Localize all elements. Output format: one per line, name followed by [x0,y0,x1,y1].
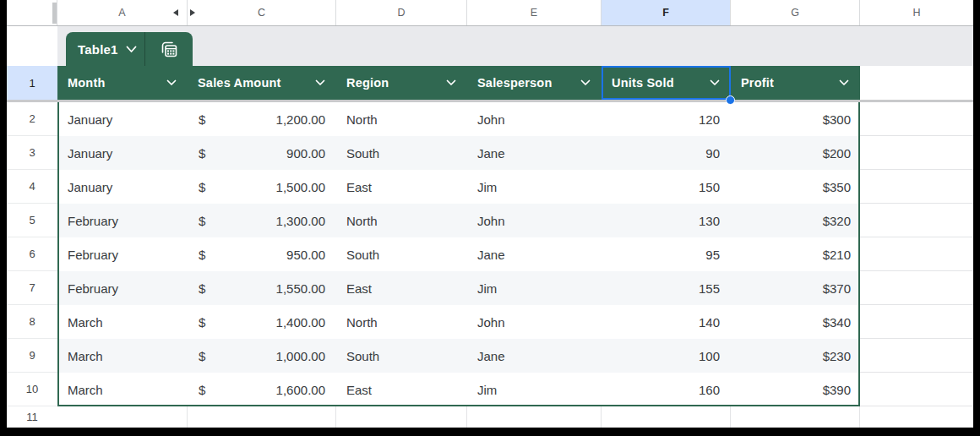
row-header-11[interactable]: 11 [7,406,57,428]
cell-salesperson[interactable]: Jim [467,170,602,204]
cell-empty[interactable] [602,406,731,428]
table-view-icon[interactable] [145,39,193,59]
cell-region[interactable]: South [336,136,467,170]
row-header-6[interactable]: 6 [7,237,57,271]
table-header-salesperson[interactable]: Salesperson [467,66,602,100]
cell-units-sold[interactable]: 90 [602,136,731,170]
cell-empty[interactable] [860,406,973,428]
cell-sales-amount[interactable]: $ 1,500.00 [188,170,336,204]
cell-profit[interactable]: $320 [731,204,860,237]
column-header-h[interactable]: H [860,0,973,25]
cell-h1-empty[interactable] [860,66,973,100]
hidden-column-expand-right-icon[interactable] [190,9,195,16]
cell-units-sold[interactable]: 100 [602,339,731,373]
cell-region[interactable]: North [336,102,467,136]
cell-sales-amount[interactable]: $ 1,200.00 [188,102,336,136]
cell-empty[interactable] [188,406,336,428]
cell-units-sold[interactable]: 155 [602,271,731,305]
row-header-3[interactable]: 3 [7,136,57,170]
cell-profit[interactable]: $200 [731,136,860,170]
cell-sales-amount[interactable]: $ 950.00 [188,237,336,271]
cell-region[interactable]: East [336,373,467,406]
cell-month[interactable]: February [57,271,188,305]
cell-region[interactable]: North [336,305,467,339]
cell-month[interactable]: February [57,237,188,271]
column-header-e[interactable]: E [467,0,602,25]
chevron-down-icon[interactable] [315,79,325,86]
cell-h-empty[interactable] [860,373,973,406]
cell-h-empty[interactable] [860,136,973,170]
table-header-month[interactable]: Month [57,66,188,100]
table-header-sales-amount[interactable]: Sales Amount [188,66,336,100]
fill-handle[interactable] [726,95,735,105]
cell-sales-amount[interactable]: $ 1,300.00 [188,204,336,237]
cell-region[interactable]: South [336,237,467,271]
cell-profit[interactable]: $340 [731,305,860,339]
cell-region[interactable]: East [336,271,467,305]
cell-month[interactable]: January [57,102,188,136]
cell-sales-amount[interactable]: $ 1,600.00 [188,373,336,406]
cell-sales-amount[interactable]: $ 1,550.00 [188,271,336,305]
row-header-5[interactable]: 5 [7,204,57,237]
cell-profit[interactable]: $390 [731,373,860,406]
column-header-f-selected[interactable]: F [602,0,731,25]
cell-empty[interactable] [467,406,602,428]
cell-units-sold[interactable]: 95 [602,237,731,271]
cell-empty[interactable] [336,406,467,428]
cell-month[interactable]: February [57,204,188,237]
column-header-d[interactable]: D [336,0,467,25]
row-header-10[interactable]: 10 [7,373,57,406]
frozen-row-divider[interactable] [7,100,973,102]
cell-h-empty[interactable] [860,271,973,305]
cell-profit[interactable]: $230 [731,339,860,373]
cell-units-sold[interactable]: 140 [602,305,731,339]
row-header-8[interactable]: 8 [7,305,57,339]
cell-h-empty[interactable] [860,305,973,339]
row-header-2[interactable]: 2 [7,102,57,136]
chevron-down-icon[interactable] [166,79,177,86]
cell-profit[interactable]: $350 [731,170,860,204]
cell-salesperson[interactable]: Jane [467,237,602,271]
cell-units-sold[interactable]: 150 [602,170,731,204]
cell-empty[interactable] [57,406,188,428]
select-all-corner[interactable] [7,0,57,25]
cell-salesperson[interactable]: John [467,305,602,339]
cell-salesperson[interactable]: Jane [467,136,602,170]
cell-month[interactable]: January [57,170,188,204]
cell-empty[interactable] [731,406,860,428]
cell-sales-amount[interactable]: $ 1,400.00 [188,305,336,339]
cell-salesperson[interactable]: John [467,204,602,237]
cell-sales-amount[interactable]: $ 1,000.00 [188,339,336,373]
table-header-region[interactable]: Region [336,66,467,100]
cell-h-empty[interactable] [860,339,973,373]
cell-profit[interactable]: $370 [731,271,860,305]
cell-region[interactable]: East [336,170,467,204]
column-header-c[interactable]: C [188,0,336,25]
column-header-g[interactable]: G [731,0,860,25]
cell-profit[interactable]: $210 [731,237,860,271]
cell-h-empty[interactable] [860,237,973,271]
cell-salesperson[interactable]: Jane [467,339,602,373]
column-header-a[interactable]: A [57,0,188,25]
row-header-4[interactable]: 4 [7,170,57,204]
table-header-profit[interactable]: Profit [731,66,860,100]
cell-units-sold[interactable]: 160 [602,373,731,406]
cell-salesperson[interactable]: Jim [467,373,602,406]
chevron-down-icon[interactable] [126,46,137,53]
cell-units-sold[interactable]: 120 [602,102,731,136]
cell-region[interactable]: North [336,204,467,237]
cell-profit[interactable]: $300 [731,102,860,136]
chevron-down-icon[interactable] [580,79,591,86]
cell-h-empty[interactable] [860,102,973,136]
cell-month[interactable]: March [57,373,188,406]
cell-salesperson[interactable]: Jim [467,271,602,305]
chevron-down-icon[interactable] [446,79,456,86]
cell-month[interactable]: March [57,339,188,373]
cell-h-empty[interactable] [860,204,973,237]
hidden-column-expand-left-icon[interactable] [173,9,178,16]
cell-h-empty[interactable] [860,170,973,204]
cell-region[interactable]: South [336,339,467,373]
cell-salesperson[interactable]: John [467,102,602,136]
cell-month[interactable]: January [57,136,188,170]
cell-sales-amount[interactable]: $ 900.00 [188,136,336,170]
